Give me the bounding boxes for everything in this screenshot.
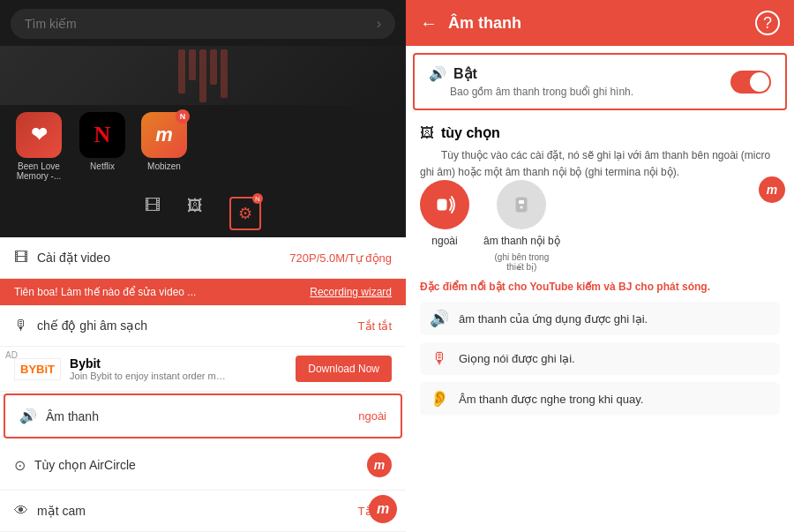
app-item-mobizen[interactable]: m N Mobizen — [141, 112, 187, 171]
settings-item-aircircle[interactable]: ⊙ Tùy chọn AirCircle m — [0, 440, 406, 491]
sound-type-noi-bo-icon — [497, 180, 546, 229]
video-settings-icon: 🎞 — [14, 250, 28, 266]
feature-icon-2: 👂 — [429, 389, 450, 408]
settings-item-clean[interactable]: 🎙 chế độ ghi âm sạch Tắt tắt — [0, 305, 406, 347]
sound-type-ngoai-label: ngoài — [431, 235, 457, 247]
svg-rect-1 — [516, 198, 527, 212]
bat-description: Bao gồm âm thanh trong buổi ghi hình. — [450, 86, 633, 98]
sound-type-ngoai-icon — [420, 180, 469, 229]
app-label-been-love: Been Love Memory -... — [14, 161, 64, 181]
options-description: Tùy thuộc vào các cài đặt, nó sẽ ghi lại… — [420, 149, 770, 178]
bybit-logo-text: BYBiT — [20, 363, 55, 376]
app-icon-been-love: ❤ — [16, 112, 62, 158]
settings-label-aircircle: Tùy chọn AirCircle — [34, 458, 136, 472]
right-panel: ← Âm thanh ? 🔊 Bật Bao gồm âm thanh tron… — [406, 0, 794, 532]
sound-type-ngoai[interactable]: ngoài — [420, 180, 469, 272]
bat-icon: 🔊 — [429, 65, 446, 82]
app-item-netflix[interactable]: N Netflix — [79, 112, 125, 171]
app-icon-netflix: N — [79, 112, 125, 158]
settings-item-camera[interactable]: 👁 mặt cam Tắt tắt — [0, 491, 406, 532]
bat-toggle[interactable] — [730, 71, 771, 94]
help-icon[interactable]: ? — [755, 11, 780, 35]
sound-type-row: ngoài âm thanh nội bộ (ghi bên trong thi… — [420, 180, 780, 272]
sound-settings-icon: 🔊 — [19, 408, 37, 424]
search-arrow-icon: › — [377, 16, 381, 32]
toolbar: 🎞 🖼 ⚙ N — [0, 193, 406, 234]
bat-title: Bật — [453, 65, 477, 82]
back-arrow-icon[interactable]: ← — [420, 13, 438, 34]
feature-item-0: 🔊 âm thanh của ứng dụng được ghi lại. — [420, 302, 780, 335]
feature-item-2: 👂 Âm thanh được nghe trong khi quay. — [420, 382, 780, 416]
svg-rect-2 — [519, 200, 524, 204]
app-icons-row: ❤ Been Love Memory -... N Netflix m N Mo… — [0, 105, 406, 186]
options-title: tùy chọn — [441, 124, 500, 141]
download-button[interactable]: Download Now — [296, 356, 392, 382]
settings-label-camera: mặt cam — [37, 504, 86, 518]
ad-content: BYBiT Bybit Join Bybit to enjoy instant … — [14, 356, 228, 381]
app-thumbnail — [0, 46, 406, 105]
aircircle-value-icon: m — [367, 453, 392, 477]
mic-settings-icon: 🎙 — [14, 318, 28, 333]
feature-icon-1: 🎙 — [429, 349, 450, 368]
settings-value-video: 720P/5.0M/Tự động — [289, 251, 392, 265]
feature-text-1: Giọng nói được ghi lại. — [459, 352, 575, 365]
app-label-mobizen: Mobizen — [147, 161, 181, 171]
sound-type-noi-bo[interactable]: âm thanh nội bộ (ghi bên trong thiết bị) — [483, 180, 560, 272]
feature-text-2: Âm thanh được nghe trong khi quay. — [459, 393, 643, 406]
app-item-been-love[interactable]: ❤ Been Love Memory -... — [14, 112, 64, 181]
search-input[interactable] — [25, 17, 377, 31]
settings-label-clean: chế độ ghi âm sạch — [37, 318, 147, 333]
options-icon: 🖼 — [420, 125, 434, 141]
settings-value-sound: ngoài — [358, 409, 386, 423]
banner-recording[interactable]: Tiên boa! Làm thế nào để sửa video ... R… — [0, 279, 406, 305]
sound-type-noi-bo-sublabel: (ghi bên trong thiết bị) — [486, 252, 557, 272]
feature-list: 🔊 âm thanh của ứng dụng được ghi lại. 🎙 … — [420, 302, 780, 416]
feature-icon-0: 🔊 — [429, 309, 450, 328]
right-title: Âm thanh — [448, 14, 745, 33]
mobizen-watermark-left: m — [369, 495, 397, 523]
settings-item-sound[interactable]: 🔊 Âm thanh ngoài — [4, 393, 402, 438]
settings-label-video: Cài đặt video — [37, 251, 110, 265]
bat-section: 🔊 Bật Bao gồm âm thanh trong buổi ghi hì… — [413, 53, 787, 110]
svg-rect-0 — [438, 199, 446, 210]
notification-dot: N — [176, 109, 190, 124]
ad-area: AD BYBiT Bybit Join Bybit to enjoy insta… — [0, 347, 406, 392]
video-icon[interactable]: 🎞 — [145, 197, 161, 230]
camera-icon: 👁 — [14, 503, 28, 519]
banner-link[interactable]: Recording wizard — [310, 286, 392, 298]
options-section: 🖼 tùy chọn Tùy thuộc vào các cài đặt, nó… — [406, 117, 794, 423]
feature-text-0: âm thanh của ứng dụng được ghi lại. — [459, 312, 648, 326]
settings-list: 🎞 Cài đặt video 720P/5.0M/Tự động Tiên b… — [0, 237, 406, 532]
search-bar[interactable]: › — [11, 9, 395, 39]
bybit-desc: Join Bybit to enjoy instant order matchi… — [70, 371, 228, 381]
app-label-netflix: Netflix — [90, 161, 115, 171]
settings-value-clean: Tắt tắt — [358, 319, 392, 333]
sound-type-noi-bo-label: âm thanh nội bộ — [483, 235, 560, 247]
feature-note: Đặc điểm nổi bật cho YouTube kiếm và BJ … — [420, 281, 780, 293]
bybit-info: Bybit Join Bybit to enjoy instant order … — [70, 356, 228, 381]
bybit-logo: BYBiT — [14, 358, 61, 380]
settings-label-sound: Âm thanh — [46, 409, 99, 423]
bybit-name: Bybit — [70, 356, 228, 371]
right-header: ← Âm thanh ? — [406, 0, 794, 46]
banner-text: Tiên boa! Làm thế nào để sửa video ... — [14, 286, 196, 298]
help-label: ? — [763, 14, 772, 33]
svg-point-3 — [521, 206, 523, 209]
feature-item-1: 🎙 Giọng nói được ghi lại. — [420, 342, 780, 375]
settings-item-video[interactable]: 🎞 Cài đặt video 720P/5.0M/Tự động — [0, 237, 406, 279]
settings-icon[interactable]: ⚙ N — [229, 197, 261, 230]
aircircle-icon: ⊙ — [14, 457, 26, 474]
ad-label: AD — [5, 350, 18, 360]
ad-wrapper: AD BYBiT Bybit Join Bybit to enjoy insta… — [0, 347, 406, 392]
photo-icon[interactable]: 🖼 — [187, 197, 203, 230]
app-icon-mobizen: m N — [141, 112, 187, 158]
mobizen-watermark-right: m — [759, 176, 785, 203]
